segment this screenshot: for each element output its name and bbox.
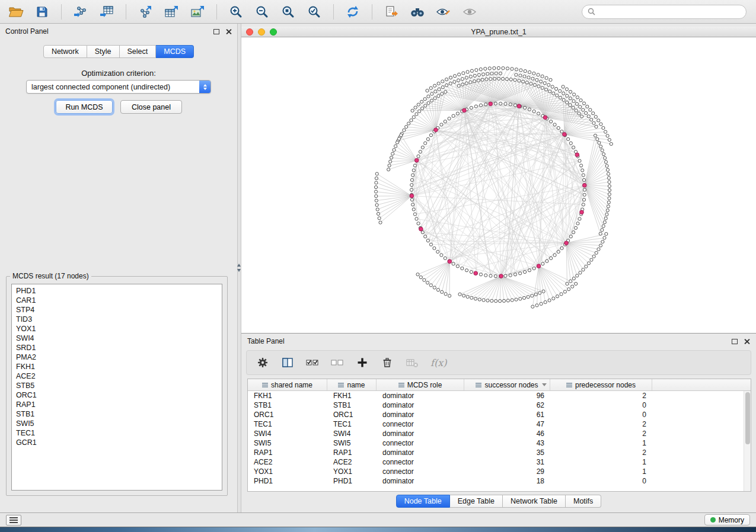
open-file-button[interactable] [6, 2, 26, 21]
mcds-node-item[interactable]: STP4 [12, 305, 222, 315]
mcds-result-list[interactable]: PHD1CAR1STP4TID3YOX1SWI4SRD1PMA2FKH1ACE2… [11, 284, 222, 491]
zoom-fit-button[interactable] [304, 2, 324, 21]
tab-mcds[interactable]: MCDS [156, 45, 194, 58]
mcds-node-item[interactable]: RAP1 [12, 400, 222, 409]
table-row[interactable]: SWI4SWI4dominator462 [248, 429, 744, 438]
table-row[interactable]: YOX1YOX1connector291 [248, 467, 744, 476]
mcds-node-item[interactable]: GCR1 [12, 438, 222, 447]
save-icon [36, 5, 49, 18]
close-window-icon[interactable] [246, 28, 253, 36]
deselect-all-button[interactable] [331, 356, 344, 369]
group-title: MCDS result (17 nodes) [10, 272, 91, 280]
mcds-node-item[interactable]: SWI4 [12, 334, 222, 343]
criterion-dropdown[interactable]: largest connected component (undirected) [26, 80, 211, 94]
function-builder-label[interactable]: f(x) [430, 357, 446, 368]
close-panel-icon[interactable] [744, 338, 750, 345]
table-row[interactable]: TEC1TEC1connector472 [248, 419, 744, 429]
panel-title: Control Panel [5, 27, 49, 36]
column-header-MCDS-role[interactable]: MCDS role [377, 379, 464, 390]
mcds-node-item[interactable]: ORC1 [12, 390, 222, 400]
minimize-window-icon[interactable] [258, 28, 265, 36]
tab-motifs[interactable]: Motifs [566, 495, 601, 508]
network-graph[interactable] [241, 37, 756, 333]
tab-style[interactable]: Style [87, 45, 120, 58]
table-row[interactable]: SWI5SWI5connector431 [248, 438, 744, 448]
task-history-button[interactable] [6, 515, 21, 525]
refresh-icon [346, 5, 360, 19]
toolbar-separator [333, 4, 334, 20]
add-column-button[interactable] [356, 356, 369, 369]
export-table-icon [164, 5, 178, 18]
show-columns-button[interactable] [281, 356, 294, 369]
export-network-button[interactable] [135, 2, 155, 21]
table-row[interactable]: PHD1PHD1dominator180 [248, 476, 744, 486]
tab-select[interactable]: Select [120, 45, 157, 58]
mcds-node-item[interactable]: PMA2 [12, 352, 222, 362]
column-header-name[interactable]: name [327, 379, 377, 390]
mcds-node-item[interactable]: FKH1 [12, 362, 222, 371]
scrollbar-thumb[interactable] [745, 392, 750, 444]
find-button[interactable] [407, 2, 428, 21]
float-panel-icon[interactable] [213, 29, 219, 34]
table-settings-button[interactable] [256, 356, 269, 369]
column-header-shared-name[interactable]: shared name [248, 379, 327, 390]
export-image-button[interactable] [187, 2, 208, 21]
mcds-node-item[interactable]: STB5 [12, 381, 222, 390]
mcds-node-item[interactable]: PHD1 [12, 286, 222, 296]
network-canvas[interactable] [241, 37, 756, 333]
mcds-node-item[interactable]: TID3 [12, 315, 222, 324]
import-table-button[interactable] [97, 2, 117, 21]
apply-style-button[interactable] [433, 2, 454, 21]
toggle-visibility-button[interactable] [460, 2, 480, 21]
memory-button[interactable]: Memory [704, 514, 750, 525]
column-header-successor-nodes[interactable]: successor nodes [464, 379, 550, 390]
mcds-node-item[interactable]: TEC1 [12, 428, 222, 438]
table-cell: 1 [550, 467, 652, 476]
network-view-window: YPA_prune.txt_1 [241, 27, 756, 334]
clone-network-button[interactable] [381, 2, 401, 21]
table-scrollbar[interactable] [744, 391, 751, 491]
table-cell: 46 [464, 430, 550, 438]
mcds-node-item[interactable]: ACE2 [12, 371, 222, 381]
style-eye-icon [436, 5, 451, 18]
columns-icon [282, 357, 294, 368]
refresh-button[interactable] [343, 2, 363, 21]
mcds-node-item[interactable]: SRD1 [12, 343, 222, 352]
close-panel-button[interactable]: Close panel [120, 100, 182, 114]
close-panel-icon[interactable] [225, 28, 232, 35]
zoom-actual-icon [282, 5, 295, 18]
run-mcds-button[interactable]: Run MCDS [56, 100, 113, 114]
search-input[interactable] [599, 8, 741, 16]
table-row[interactable]: RAP1RAP1dominator352 [248, 448, 744, 457]
network-window-titlebar: YPA_prune.txt_1 [241, 27, 756, 37]
control-panel: Control Panel NetworkStyleSelectMCDS Opt… [0, 24, 237, 512]
zoom-actual-button[interactable] [278, 2, 298, 21]
save-button[interactable] [32, 2, 52, 21]
node-table: shared namenameMCDS rolesuccessor nodesp… [247, 379, 751, 492]
delete-column-button[interactable] [381, 356, 394, 369]
tab-edge-table[interactable]: Edge Table [450, 495, 503, 508]
mcds-node-item[interactable]: YOX1 [12, 324, 222, 334]
import-network-button[interactable] [71, 2, 91, 21]
select-all-button[interactable] [306, 356, 319, 369]
tab-node-table[interactable]: Node Table [396, 495, 450, 508]
checked-boxes-icon [306, 357, 319, 368]
mcds-node-item[interactable]: CAR1 [12, 296, 222, 305]
tab-network-table[interactable]: Network Table [503, 495, 566, 508]
table-row[interactable]: ORC1ORC1dominator610 [248, 410, 744, 419]
export-table-button[interactable] [161, 2, 181, 21]
column-header-predecessor-nodes[interactable]: predecessor nodes [550, 379, 652, 390]
panel-splitter[interactable] [237, 24, 241, 512]
zoom-out-button[interactable] [252, 2, 272, 21]
mcds-node-item[interactable]: SWI5 [12, 419, 222, 428]
mcds-node-item[interactable]: STB1 [12, 409, 222, 419]
table-row[interactable]: FKH1FKH1dominator962 [248, 391, 744, 400]
table-cell: 31 [464, 458, 550, 466]
table-row[interactable]: STB1STB1dominator620 [248, 400, 744, 410]
float-panel-icon[interactable] [732, 339, 738, 344]
tab-network[interactable]: Network [43, 45, 87, 58]
zoom-in-button[interactable] [226, 2, 246, 21]
table-row[interactable]: ACE2ACE2connector311 [248, 457, 744, 467]
table-cell: connector [377, 467, 464, 476]
maximize-window-icon[interactable] [270, 28, 277, 36]
